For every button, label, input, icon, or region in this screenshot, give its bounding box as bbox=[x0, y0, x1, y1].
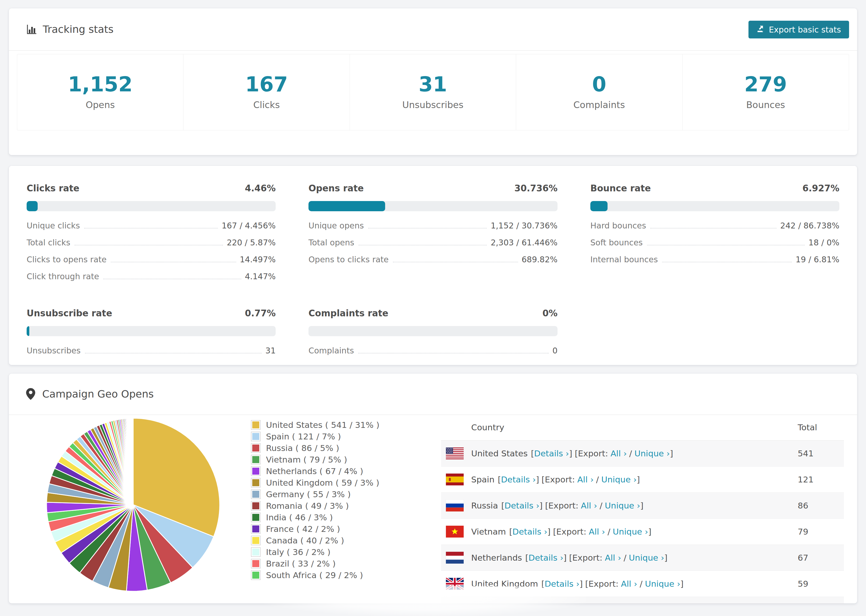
country-name: United States bbox=[471, 449, 527, 458]
row-links: [Details ›][Export:All ›/Unique ›] bbox=[498, 475, 640, 484]
complaints-label: Complaints bbox=[573, 99, 625, 110]
dotted-leader bbox=[111, 262, 236, 262]
rate-row-label: Opens to clicks rate bbox=[309, 255, 389, 264]
rate-row-label: Click through rate bbox=[27, 272, 99, 281]
legend-item-romania[interactable]: Romania ( 49 / 3% ) bbox=[251, 501, 412, 511]
legend-item-united-kingdom[interactable]: United Kingdom ( 59 / 3% ) bbox=[251, 478, 412, 487]
rate-row-value: 1,152 / 30.736% bbox=[491, 221, 557, 230]
netherlands-flag-icon bbox=[446, 552, 464, 564]
opens-rate-title: Opens rate bbox=[309, 183, 364, 193]
export-icon bbox=[757, 25, 765, 35]
table-row-germany: Germany [Details ›][Export:All ›/Unique … bbox=[441, 597, 844, 603]
legend-swatch bbox=[251, 512, 261, 522]
stat-box-clicks: 167 Clicks bbox=[183, 54, 350, 130]
country-total: 541 bbox=[798, 449, 814, 458]
legend-item-germany[interactable]: Germany ( 55 / 3% ) bbox=[251, 490, 412, 499]
export-basic-stats-button[interactable]: Export basic stats bbox=[748, 21, 849, 38]
export-unique-link[interactable]: Unique › bbox=[629, 553, 664, 563]
export-button-label: Export basic stats bbox=[769, 25, 841, 35]
stat-box-opens: 1,152 Opens bbox=[17, 54, 183, 130]
legend-item-canada[interactable]: Canada ( 40 / 2% ) bbox=[251, 536, 412, 545]
legend-item-spain[interactable]: Spain ( 121 / 7% ) bbox=[251, 432, 412, 441]
legend-item-brazil[interactable]: Brazil ( 33 / 2% ) bbox=[251, 559, 412, 568]
bounce-rate-value: 6.927% bbox=[803, 183, 839, 193]
export-all-link[interactable]: All › bbox=[578, 475, 594, 484]
legend-item-vietnam[interactable]: Vietnam ( 79 / 5% ) bbox=[251, 455, 412, 464]
tracking-stats-header: Tracking stats Export basic stats bbox=[9, 8, 857, 51]
export-unique-link[interactable]: Unique › bbox=[601, 475, 637, 484]
dotted-leader bbox=[85, 353, 262, 354]
clicks-count: 167 bbox=[245, 74, 288, 94]
complaints-rate-bar bbox=[309, 326, 557, 336]
row-links: [Details ›][Export:All ›/Unique ›] bbox=[531, 449, 673, 458]
stats-row: 1,152 Opens 167 Clicks 31 Unsubscribes 0… bbox=[17, 54, 849, 130]
details-link[interactable]: Details › bbox=[545, 579, 579, 589]
stat-box-unsubscribes: 31 Unsubscribes bbox=[350, 54, 516, 130]
country-total: 59 bbox=[798, 579, 808, 589]
export-all-link[interactable]: All › bbox=[621, 579, 638, 589]
map-pin-icon bbox=[26, 388, 35, 400]
legend-item-russia[interactable]: Russia ( 86 / 5% ) bbox=[251, 443, 412, 453]
rate-row-label: Unique clicks bbox=[27, 221, 80, 230]
clicks-rate-bar bbox=[27, 201, 276, 211]
geo-pie-chart[interactable] bbox=[44, 416, 222, 593]
legend-item-south-africa[interactable]: South Africa ( 29 / 2% ) bbox=[251, 570, 412, 580]
export-unique-link[interactable]: Unique › bbox=[645, 579, 680, 589]
bounces-count: 279 bbox=[744, 74, 787, 94]
unsubscribes-label: Unsubscribes bbox=[402, 99, 463, 110]
rate-row-label: Clicks to opens rate bbox=[27, 255, 107, 264]
legend-item-italy[interactable]: Italy ( 36 / 2% ) bbox=[251, 547, 412, 556]
opens-label: Opens bbox=[85, 99, 115, 110]
country-total: 121 bbox=[798, 475, 814, 484]
details-link[interactable]: Details › bbox=[529, 553, 564, 563]
unsubscribe-rate-value: 0.77% bbox=[245, 308, 276, 319]
dotted-leader bbox=[103, 279, 241, 279]
export-unique-link[interactable]: Unique › bbox=[635, 449, 670, 458]
legend-swatch bbox=[251, 443, 261, 453]
dotted-leader bbox=[84, 228, 218, 228]
page-title: Tracking stats bbox=[43, 24, 113, 35]
geo-pie-wrap bbox=[44, 416, 222, 593]
legend-item-india[interactable]: India ( 46 / 3% ) bbox=[251, 513, 412, 522]
rate-row-value: 31 bbox=[265, 346, 276, 355]
legend-swatch bbox=[251, 536, 261, 545]
export-all-link[interactable]: All › bbox=[581, 501, 597, 511]
geo-table: Country Total United States [Details ›][… bbox=[441, 415, 844, 603]
details-link[interactable]: Details › bbox=[501, 475, 536, 484]
details-link[interactable]: Details › bbox=[534, 449, 569, 458]
export-unique-link[interactable]: Unique › bbox=[612, 527, 648, 536]
legend-swatch bbox=[251, 432, 261, 441]
unsubscribe-rate-title: Unsubscribe rate bbox=[27, 308, 112, 319]
legend-item-france[interactable]: France ( 42 / 2% ) bbox=[251, 524, 412, 533]
legend-swatch bbox=[251, 478, 261, 487]
details-link[interactable]: Details › bbox=[512, 527, 547, 536]
bounces-label: Bounces bbox=[746, 99, 785, 110]
rate-row-label: Soft bounces bbox=[590, 238, 643, 247]
clicks-rate-value: 4.46% bbox=[245, 183, 276, 193]
export-all-link[interactable]: All › bbox=[589, 527, 605, 536]
legend-item-netherlands[interactable]: Netherlands ( 67 / 4% ) bbox=[251, 467, 412, 476]
geo-table-header: Country Total bbox=[441, 415, 844, 440]
complaints-rate-title: Complaints rate bbox=[309, 308, 388, 319]
united-kingdom-flag-icon bbox=[446, 578, 464, 590]
rate-row-label: Unsubscribes bbox=[27, 346, 81, 355]
legend-swatch bbox=[251, 501, 261, 511]
rate-row-value: 220 / 5.87% bbox=[227, 238, 276, 247]
rate-row-label: Hard bounces bbox=[590, 221, 646, 230]
legend-item-united-states[interactable]: United States ( 541 / 31% ) bbox=[251, 420, 412, 429]
dotted-leader bbox=[358, 353, 549, 354]
export-unique-link[interactable]: Unique › bbox=[605, 501, 640, 511]
export-all-link[interactable]: All › bbox=[605, 553, 621, 563]
geo-opens-card: Campaign Geo Opens United States ( 541 /… bbox=[9, 374, 857, 603]
country-name: United Kingdom bbox=[471, 579, 538, 589]
opens-rate-panel: Opens rate 30.736% Unique opens1,152 / 3… bbox=[309, 183, 557, 289]
legend-swatch bbox=[251, 466, 261, 476]
dotted-leader bbox=[368, 228, 487, 228]
unsubscribe-rate-fill bbox=[27, 326, 29, 336]
unsubscribe-rate-bar bbox=[27, 326, 276, 336]
details-link[interactable]: Details › bbox=[505, 501, 540, 511]
export-all-link[interactable]: All › bbox=[611, 449, 627, 458]
geo-pie-legend: United States ( 541 / 31% ) Spain ( 121 … bbox=[251, 420, 412, 582]
country-name: Spain bbox=[471, 475, 494, 484]
country-name: Vietnam bbox=[471, 527, 506, 536]
